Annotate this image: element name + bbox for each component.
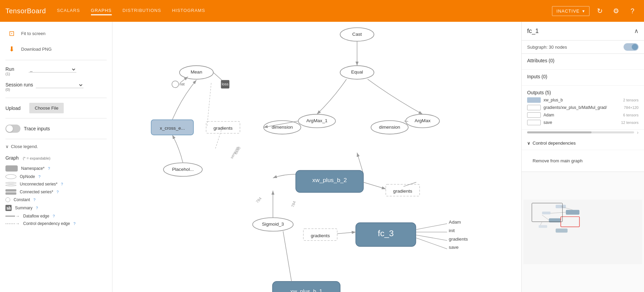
nav-graphs[interactable]: GRAPHS bbox=[91, 6, 112, 15]
connected-label: Connected series* bbox=[20, 190, 53, 194]
divider-4 bbox=[5, 139, 107, 139]
fit-to-screen-row: ⊡ Fit to screen bbox=[5, 27, 107, 39]
control-deps-row[interactable]: ∨ Control dependencies bbox=[522, 136, 644, 150]
dropdown-arrow-icon: ▾ bbox=[582, 9, 585, 14]
inputs-section: Inputs (0) bbox=[522, 70, 644, 86]
node-sigmoid3-label: Sigmoid_3 bbox=[262, 222, 284, 227]
app-brand: TensorBoard bbox=[5, 7, 46, 15]
edge-argmax-dim2 bbox=[404, 121, 408, 121]
node-gradients3-label: gradients bbox=[311, 233, 330, 238]
fit-to-screen-label: Fit to screen bbox=[21, 31, 46, 36]
choose-file-button[interactable]: Choose File bbox=[29, 103, 64, 113]
dataflow-label: Dataflow edge bbox=[23, 214, 49, 218]
outputs-list: xw_plus_b 2 tensors gradients/xw_plus_b/… bbox=[527, 97, 639, 125]
download-png-button[interactable]: ⬇ bbox=[5, 43, 18, 55]
minimap bbox=[522, 172, 644, 292]
opnode-icon bbox=[5, 174, 16, 179]
right-panel-title: fc_1 bbox=[527, 28, 539, 35]
svg-rect-3 bbox=[10, 207, 11, 210]
center-graph[interactable]: sensors 784 Cast Equal ArgMax_1 ArgMax M… bbox=[112, 22, 521, 292]
scrollbar-thumb bbox=[527, 131, 592, 133]
remove-from-main-graph-button[interactable]: Remove from main graph bbox=[527, 156, 639, 166]
session-section: Session runs (0) bbox=[5, 81, 107, 93]
connected-help[interactable]: ? bbox=[57, 190, 59, 194]
divider-1 bbox=[5, 60, 107, 60]
upload-label: Upload bbox=[5, 106, 26, 111]
namespace-help[interactable]: ? bbox=[48, 166, 50, 171]
nav-histograms[interactable]: HISTOGRAMS bbox=[172, 6, 205, 15]
minimap-node1 bbox=[556, 205, 566, 208]
legend-toggle[interactable]: ∨ Close legend. bbox=[5, 144, 107, 149]
session-count: (0) bbox=[5, 87, 33, 92]
output-xw-meta: 2 tensors bbox=[623, 98, 639, 102]
edge-label-784b: 784 bbox=[290, 200, 296, 208]
unconnected-label: Unconnected series* bbox=[20, 182, 58, 186]
main-layout: ⊡ Fit to screen ⬇ Download PNG Run (1) _… bbox=[0, 22, 644, 292]
opnode-help[interactable]: ? bbox=[39, 175, 41, 179]
output-save-chip bbox=[527, 120, 541, 125]
chevron-down-icon-2: ∨ bbox=[527, 141, 531, 146]
node-Mean-label: Mean bbox=[190, 69, 202, 75]
session-select[interactable] bbox=[36, 82, 83, 88]
svg-rect-0 bbox=[7, 207, 7, 210]
control-label: Control dependency edge bbox=[23, 221, 70, 226]
legend-connected: Connected series* ? bbox=[5, 189, 107, 195]
outputs-scrollbar-row: › bbox=[522, 130, 644, 136]
edge-mean-loss bbox=[213, 72, 222, 80]
nav-scalars[interactable]: SCALARS bbox=[57, 6, 80, 15]
node-nst[interactable] bbox=[172, 81, 179, 88]
legend-control: → Control dependency edge ? bbox=[5, 221, 107, 226]
right-panel: fc_1 ∧ Subgraph: 30 nodes Attributes (0)… bbox=[521, 22, 644, 292]
summary-help[interactable]: ? bbox=[36, 206, 38, 210]
scroll-right-icon[interactable]: › bbox=[637, 130, 639, 135]
node-gradients2-label: gradients bbox=[393, 189, 412, 194]
status-dropdown[interactable]: INACTIVE ▾ bbox=[552, 6, 589, 16]
node-fc3-label: fc_3 bbox=[378, 229, 394, 238]
right-panel-close-button[interactable]: ∧ bbox=[634, 27, 639, 35]
download-icon: ⬇ bbox=[9, 45, 15, 53]
constant-help[interactable]: ? bbox=[33, 198, 35, 202]
node-dim2-label: dimension bbox=[379, 125, 400, 130]
horizontal-scrollbar[interactable] bbox=[527, 131, 634, 133]
legend-dataflow: → Dataflow edge ? bbox=[5, 214, 107, 218]
outputs-title: Outputs (5) bbox=[527, 90, 639, 95]
fit-to-screen-button[interactable]: ⊡ bbox=[5, 27, 18, 39]
node-loss-label: loss bbox=[222, 82, 229, 86]
node-xwplusb2-label: xw_plus_b_2 bbox=[312, 177, 347, 183]
namespace-label: Namespace* bbox=[21, 166, 45, 171]
svg-rect-1 bbox=[8, 208, 9, 210]
unconnected-help[interactable]: ? bbox=[61, 182, 63, 186]
minimap-bg bbox=[523, 200, 642, 264]
output-adam-name: Adam bbox=[543, 113, 620, 117]
run-count: (1) bbox=[5, 72, 26, 76]
run-select[interactable]: _ bbox=[29, 66, 76, 72]
node-gradients1-label: gradients bbox=[214, 126, 233, 131]
help-button[interactable]: ? bbox=[626, 5, 639, 17]
edge-placeholder-xcross bbox=[172, 135, 183, 163]
control-deps-label: Control dependencies bbox=[533, 141, 576, 146]
dataflow-help[interactable]: ? bbox=[53, 214, 55, 218]
attributes-title: Attributes (0) bbox=[527, 58, 639, 63]
control-help[interactable]: ? bbox=[73, 222, 75, 226]
trace-inputs-toggle[interactable] bbox=[5, 125, 20, 133]
chevron-down-icon: ∨ bbox=[5, 144, 9, 149]
subgraph-toggle[interactable] bbox=[624, 43, 639, 51]
trace-inputs-label: Trace inputs bbox=[24, 126, 50, 131]
namespace-icon bbox=[5, 165, 18, 172]
upload-section: Upload Choose File bbox=[5, 103, 107, 113]
settings-button[interactable]: ⚙ bbox=[610, 5, 622, 17]
subgraph-row: Subgraph: 30 nodes bbox=[522, 40, 644, 54]
node-xwplusb1-label: xw_plus_b_1 bbox=[290, 288, 322, 292]
edge-grad3-fc3 bbox=[337, 232, 356, 234]
graph-legend-subtitle: (* = expandable) bbox=[23, 156, 50, 160]
summary-icon bbox=[5, 205, 12, 211]
refresh-button[interactable]: ↻ bbox=[594, 5, 606, 17]
output-grad-meta: 784×120 bbox=[624, 106, 639, 110]
status-label: INACTIVE bbox=[556, 9, 580, 14]
opnode-label: OpNode bbox=[20, 174, 35, 179]
output-gradients: gradients/xw_plus_b/MatMul_grad/ 784×120 bbox=[527, 105, 639, 110]
nav-distributions[interactable]: DISTRIBUTIONS bbox=[123, 6, 161, 15]
control-icon: → bbox=[5, 221, 20, 226]
minimap-node5 bbox=[539, 225, 547, 228]
legend-namespace: Namespace* ? bbox=[5, 165, 107, 172]
